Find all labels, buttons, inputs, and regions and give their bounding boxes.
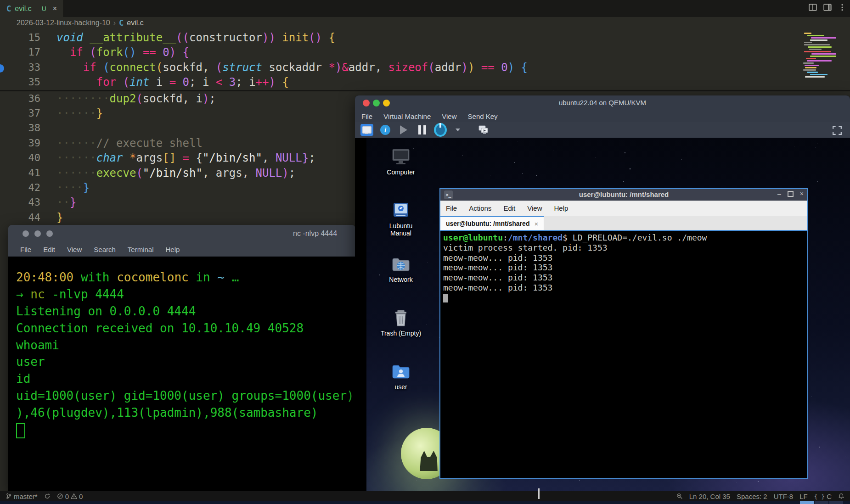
tab-close-icon[interactable]: × [53,5,57,13]
token: constructor [189,31,262,44]
virtual-displays-button[interactable] [477,124,490,136]
line-number: 38 [0,121,40,135]
breadcrumb-folder[interactable]: 2026-03-12-linux-hacking-10 [17,19,110,27]
token: ) [508,61,514,74]
notifications-bell[interactable] [838,493,844,499]
more-actions-icon[interactable] [838,3,846,13]
breadcrumb[interactable]: 2026-03-12-linux-hacking-10 › C evil.c [17,18,144,28]
token: in [189,270,218,284]
computer-icon [378,148,424,166]
menu-item-help[interactable]: Help [166,246,180,253]
sync-icon [44,493,51,499]
host-task-segment[interactable] [800,501,814,504]
editor-actions [809,3,846,13]
token: meow-meow... pid: 1353 [443,283,552,292]
menu-item-virtual-machine[interactable]: Virtual Machine [383,112,431,120]
star [514,162,515,163]
vm-details-button[interactable]: i [379,124,392,136]
cat-silhouette [417,448,440,471]
token: void [56,31,83,44]
run-button[interactable] [397,124,410,136]
nc-terminal-titlebar[interactable]: nc -nlvp 4444 [8,225,355,242]
git-branch-item[interactable]: master* [6,493,38,500]
minimap-line [805,76,825,78]
host-task-segment[interactable] [815,501,828,504]
line-number: 35 [0,75,40,90]
console-view-button[interactable] [360,124,373,136]
language-label: C [827,493,832,500]
minimap-line [804,42,812,43]
shutdown-menu-button[interactable] [452,124,465,136]
menu-item-file[interactable]: File [361,112,372,120]
window-button-icon[interactable] [46,230,53,237]
indentation[interactable]: Spaces: 2 [737,493,767,500]
vm-window-title: ubuntu22.04 on QEMU/KVM [355,99,850,106]
desktop-icon-trash-empty-[interactable]: Trash (Empty) [378,309,424,337]
window-button-icon[interactable] [23,230,29,237]
code-text: for (int i = 0; i < 3; i++) { [40,75,289,90]
menu-item-view[interactable]: View [67,246,82,253]
menu-item-edit[interactable]: Edit [43,246,55,253]
split-editor-icon[interactable] [809,3,817,13]
token: __attribute__ [90,31,176,44]
minimap[interactable] [802,33,836,79]
language-mode[interactable]: { } C [814,493,832,500]
token: sizeof [388,61,428,74]
guest-terminal-content[interactable]: user@lubuntu:/mnt/shared$ LD_PRELOAD=./e… [440,230,807,478]
vm-guest-display[interactable]: ComputerLubuntu ManualNetworkTrash (Empt… [366,138,850,491]
menu-item-view[interactable]: View [527,204,542,212]
tab-evil-c[interactable]: C evil.c U × [0,0,64,17]
cursor-position[interactable]: Ln 20, Col 35 [689,493,730,500]
menu-item-file[interactable]: File [20,246,31,253]
desktop-icon-label: user [378,383,424,391]
guest-terminal-titlebar[interactable]: >_ user@lubuntu: /mnt/shared – × [440,189,807,201]
breadcrumb-separator: › [113,19,116,27]
pause-button[interactable] [416,124,428,136]
desktop-icon-network[interactable]: Network [378,255,424,283]
terminal-cursor [16,423,25,438]
zoom-indicator[interactable] [676,493,683,499]
desktop-icon-computer[interactable]: Computer [378,148,424,176]
sync-item[interactable] [44,493,51,499]
menu-item-view[interactable]: View [442,112,456,120]
menu-item-search[interactable]: Search [94,246,116,253]
token: < [216,76,222,89]
menu-item-send-key[interactable]: Send Key [468,112,498,120]
encoding[interactable]: UTF-8 [774,493,794,500]
token: NULL [256,167,282,179]
vm-titlebar[interactable]: ubuntu22.04 on QEMU/KVM [355,95,850,110]
host-task-segment[interactable] [829,501,843,504]
token: ( [216,61,222,74]
desktop-icon-lubuntu-manual[interactable]: Lubuntu Manual [378,202,424,237]
close-icon[interactable]: × [800,190,804,197]
fullscreen-button[interactable] [831,124,844,136]
terminal-line: 20:48:00 with cocomelonc in ~ … [16,269,355,286]
nc-terminal-window: nc -nlvp 4444 FileEditViewSearchTerminal… [8,225,355,491]
menu-item-actions[interactable]: Actions [469,204,491,212]
desktop-icon-user[interactable]: user [378,363,424,391]
shutdown-button[interactable] [434,124,447,136]
star [490,175,490,175]
token: * [328,61,335,74]
star [416,481,417,481]
nc-terminal-content[interactable]: 20:48:00 with cocomelonc in ~ …→ nc -nlv… [8,257,355,504]
branch-icon [6,493,12,499]
tab-close-icon[interactable]: × [534,220,538,228]
eol-sequence[interactable]: LF [799,493,808,500]
minimize-icon[interactable]: – [777,190,781,197]
window-button-icon[interactable] [34,230,41,237]
menu-item-edit[interactable]: Edit [503,204,515,212]
maximize-icon[interactable] [788,191,794,197]
menu-item-terminal[interactable]: Terminal [128,246,154,253]
problems-item[interactable]: 0 0 [57,493,83,500]
terminal-tab[interactable]: user@lubuntu: /mnt/shared × [440,216,544,230]
token: ( [90,46,96,59]
line-number: 15 [0,30,40,45]
menu-item-help[interactable]: Help [554,204,568,212]
token: ; [236,76,249,89]
breadcrumb-file[interactable]: evil.c [127,19,143,27]
token: 0 [163,46,169,59]
menu-item-file[interactable]: File [446,204,457,212]
layout-icon[interactable] [823,3,832,13]
token: } [56,211,63,224]
